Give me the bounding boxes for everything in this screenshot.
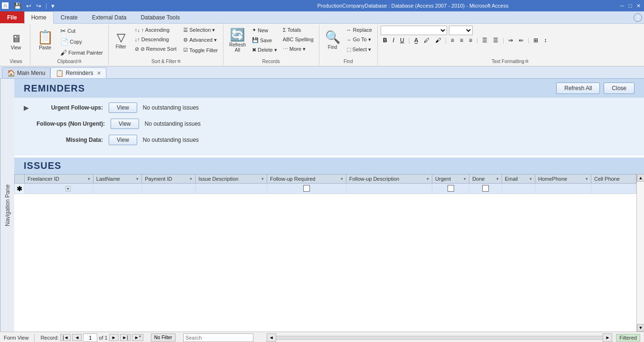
clipboard-launcher[interactable]: ⧉	[78, 59, 81, 64]
ascending-btn[interactable]: ↑↓ ↑ Ascending	[132, 26, 179, 34]
selection-btn[interactable]: ☰ Selection ▾	[181, 26, 220, 35]
minimize-btn[interactable]: ─	[618, 2, 626, 9]
urgent-sort[interactable]: ▾	[464, 176, 466, 181]
col-issue-desc[interactable]: Issue Description ▾	[196, 175, 267, 184]
next-record-btn[interactable]: ►	[109, 334, 119, 341]
cut-btn[interactable]: ✂ Cut	[58, 26, 105, 36]
toggle-filter-btn[interactable]: ☑ Toggle Filter	[181, 46, 220, 55]
missing-view-btn[interactable]: View	[109, 135, 137, 145]
close-action-btn[interactable]: Close	[604, 83, 635, 94]
font-color-btn[interactable]: A̲	[412, 36, 420, 45]
maximize-btn[interactable]: □	[626, 2, 634, 9]
followup-req-checkbox[interactable]	[303, 185, 310, 192]
save-qa-btn[interactable]: 💾	[12, 2, 23, 10]
find-btn[interactable]: 🔍 Find	[322, 26, 343, 54]
hscroll-right-btn[interactable]: ►	[603, 333, 612, 342]
scroll-up-btn[interactable]: ▲	[637, 174, 644, 182]
bullets-btn[interactable]: ☰	[480, 36, 490, 45]
font-name-select[interactable]	[381, 26, 447, 35]
help-btn[interactable]: ?	[634, 13, 642, 22]
refresh-all-btn[interactable]: 🔄 RefreshAll	[226, 26, 249, 54]
font-size-select[interactable]	[449, 26, 473, 35]
email-sort[interactable]: ▾	[530, 176, 532, 181]
issue-desc-sort[interactable]: ▾	[261, 176, 264, 181]
homephone-sort[interactable]: ▾	[586, 176, 588, 181]
search-input[interactable]	[183, 333, 253, 342]
highlight-btn[interactable]: 🖊	[421, 36, 432, 45]
vertical-scrollbar[interactable]: ▲ ▼	[636, 174, 644, 332]
first-record-btn[interactable]: |◄	[60, 334, 71, 341]
urgent-view-btn[interactable]: View	[109, 102, 137, 113]
freelancer-id-input[interactable]	[27, 186, 65, 192]
cell-done[interactable]	[469, 184, 502, 194]
view-btn[interactable]: 🖥 View	[7, 32, 26, 52]
cell-email[interactable]	[502, 184, 535, 194]
sort-filter-launcher[interactable]: ⧉	[177, 59, 180, 64]
freelancer-id-sort[interactable]: ▾	[88, 176, 90, 181]
undo-qa-btn[interactable]: ↩	[25, 2, 33, 10]
col-payment-id[interactable]: Payment ID ▾	[142, 175, 196, 184]
lastname-sort[interactable]: ▾	[136, 176, 139, 181]
cell-urgent[interactable]	[432, 184, 469, 194]
customize-qa-btn[interactable]: ▾	[50, 2, 56, 10]
tab-create[interactable]: Create	[54, 11, 85, 23]
cell-payment-id[interactable]	[142, 184, 196, 194]
cell-followup-req[interactable]	[267, 184, 346, 194]
descending-btn[interactable]: ↓↑ Descending	[132, 35, 179, 44]
text-fmt-launcher[interactable]: ⧉	[525, 59, 528, 64]
navigation-pane[interactable]: Navigation Pane	[0, 79, 14, 332]
urgent-checkbox[interactable]	[448, 185, 454, 192]
scroll-down-btn[interactable]: ▼	[637, 324, 644, 332]
hscroll-left-btn[interactable]: ◄	[267, 333, 276, 342]
linespacing-btn[interactable]: ↕	[541, 36, 549, 45]
col-followup-desc[interactable]: Follow-up Description ▾	[346, 175, 432, 184]
new-record-btn[interactable]: ✦ New	[250, 26, 280, 35]
remove-sort-btn[interactable]: ⊘ ⊘ Remove Sort	[132, 45, 179, 54]
col-done[interactable]: Done ▾	[469, 175, 502, 184]
col-freelancer-id[interactable]: Freelancer ID ▾	[25, 175, 93, 184]
format-painter-btn[interactable]: 🖌 Format Painter	[58, 47, 105, 58]
delete-record-btn[interactable]: ✖ Delete ▾	[250, 46, 280, 55]
col-cellphone[interactable]: Cell Phone	[591, 175, 636, 184]
current-record-input[interactable]	[83, 333, 97, 342]
payment-id-sort[interactable]: ▾	[190, 176, 192, 181]
cell-cellphone[interactable]	[591, 184, 636, 194]
reminders-tab-close[interactable]: ✕	[97, 70, 101, 76]
copy-btn[interactable]: 📄 Copy	[58, 37, 105, 47]
align-right-btn[interactable]: ≡	[467, 36, 475, 45]
select-btn[interactable]: ⬚ Select ▾	[344, 45, 374, 54]
tab-reminders[interactable]: 📋 Reminders ✕	[50, 67, 106, 78]
col-urgent[interactable]: Urgent ▾	[432, 175, 469, 184]
table-row-new[interactable]: ✱ ▾	[15, 184, 636, 194]
filter-btn[interactable]: ▽ Filter	[112, 26, 131, 54]
cell-followup-desc[interactable]	[346, 184, 432, 194]
highlight2-btn[interactable]: 🖌	[433, 36, 443, 45]
issues-table-wrapper[interactable]: Freelancer ID ▾ LastName ▾	[14, 174, 644, 332]
cell-homephone[interactable]	[535, 184, 591, 194]
spelling-btn[interactable]: ABC Spelling	[280, 35, 316, 44]
col-followup-required[interactable]: Follow-up Required ▾	[267, 175, 346, 184]
indent-btn[interactable]: ⇒	[506, 36, 515, 45]
bold-btn[interactable]: B	[381, 36, 390, 45]
numbering-btn[interactable]: ☰	[491, 36, 501, 45]
more-btn[interactable]: ⋯ More ▾	[280, 45, 316, 54]
replace-btn[interactable]: ↔ Replace	[344, 26, 374, 34]
cell-freelancer-id[interactable]: ▾	[25, 184, 93, 194]
goto-btn[interactable]: → Go To ▾	[344, 35, 374, 44]
nonurgent-view-btn[interactable]: View	[111, 119, 139, 129]
done-checkbox[interactable]	[482, 185, 489, 192]
cell-issue-desc[interactable]	[196, 184, 267, 194]
outdent-btn[interactable]: ⇐	[516, 36, 526, 45]
new-record-nav-btn[interactable]: ►*	[132, 334, 143, 341]
paste-btn[interactable]: 📋 Paste	[33, 26, 57, 54]
redo-qa-btn[interactable]: ↪	[35, 2, 43, 10]
col-lastname[interactable]: LastName ▾	[93, 175, 141, 184]
freelancer-id-dropdown[interactable]: ▾	[65, 186, 71, 192]
tab-external-data[interactable]: External Data	[85, 11, 134, 23]
underline-btn[interactable]: U	[398, 36, 407, 45]
totals-btn[interactable]: Σ Totals	[280, 26, 316, 34]
align-center-btn[interactable]: ≡	[457, 36, 466, 45]
tab-home[interactable]: Home	[24, 11, 54, 24]
no-filter-btn[interactable]: No Filter	[151, 333, 176, 342]
advanced-btn[interactable]: ⚙ Advanced ▾	[181, 36, 220, 45]
